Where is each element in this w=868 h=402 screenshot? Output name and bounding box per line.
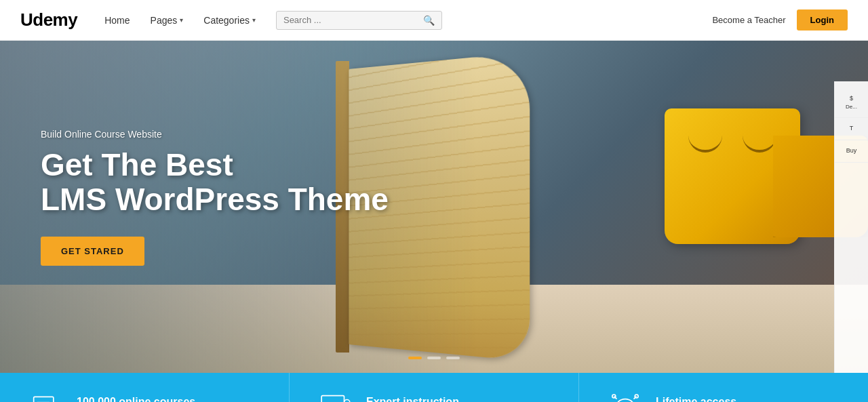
feature-online-courses-text: 100,000 online courses Explore a variety…	[77, 396, 199, 403]
carousel-dots	[408, 357, 460, 359]
svg-point-14	[344, 399, 349, 402]
login-button[interactable]: Login	[797, 9, 848, 31]
carousel-dot-2[interactable]	[427, 357, 441, 359]
brand-logo: Udemy	[20, 9, 77, 31]
hero-section: Build Online Course Website Get The Best…	[0, 41, 868, 373]
feature-online-courses: 100,000 online courses Explore a variety…	[0, 373, 290, 402]
feature-expert-instruction-text: Expert instruction Find the right instru…	[366, 396, 486, 403]
nav-pages[interactable]: Pages ▾	[151, 15, 184, 26]
diploma-icon	[27, 389, 64, 402]
instructor-icon	[317, 389, 354, 402]
sidebar-peek-item-3[interactable]: Buy	[835, 140, 868, 163]
mug-eye-left	[688, 136, 722, 153]
hero-title: Get The Best LMS WordPress Theme	[41, 148, 389, 216]
navbar-right: Become a Teacher Login	[712, 9, 848, 31]
svg-point-23	[635, 395, 638, 398]
sidebar-peek-item-1[interactable]: $De...	[835, 88, 868, 118]
feature-lifetime-access: Lifetime access Learn on your schedule	[579, 373, 868, 402]
navbar: Udemy Home Pages ▾ Categories ▾ 🔍 Become…	[0, 0, 868, 41]
svg-rect-9	[321, 395, 344, 402]
mug-face	[685, 136, 780, 197]
nav-home[interactable]: Home	[104, 15, 130, 26]
become-teacher-link[interactable]: Become a Teacher	[712, 15, 785, 25]
nav-categories[interactable]: Categories ▾	[203, 15, 256, 26]
hero-subtitle: Build Online Course Website	[41, 129, 389, 140]
feature-title-1: 100,000 online courses	[77, 396, 199, 403]
search-button[interactable]: 🔍	[423, 15, 435, 26]
feature-title-3: Lifetime access	[656, 396, 748, 403]
carousel-dot-3[interactable]	[446, 357, 460, 359]
carousel-dot-1[interactable]	[408, 357, 422, 359]
search-bar: 🔍	[276, 11, 442, 30]
hero-content: Build Online Course Website Get The Best…	[41, 129, 389, 266]
chevron-down-icon: ▾	[180, 16, 183, 24]
svg-point-17	[615, 399, 635, 402]
feature-lifetime-access-text: Lifetime access Learn on your schedule	[656, 396, 748, 403]
search-input[interactable]	[283, 15, 419, 25]
svg-rect-0	[33, 397, 53, 402]
features-bar: 100,000 online courses Explore a variety…	[0, 373, 868, 402]
nav-links: Home Pages ▾ Categories ▾ 🔍	[104, 11, 698, 30]
chevron-down-icon: ▾	[252, 16, 256, 24]
clock-icon	[606, 389, 644, 402]
sidebar-peek: $De... T Buy	[834, 81, 868, 373]
mug-eye-right	[743, 136, 776, 153]
sidebar-peek-item-2[interactable]: T	[835, 118, 868, 140]
feature-expert-instruction: Expert instruction Find the right instru…	[290, 373, 579, 402]
svg-point-22	[612, 395, 615, 398]
hero-cta-button[interactable]: GET STARED	[41, 237, 144, 266]
feature-title-2: Expert instruction	[366, 396, 486, 403]
